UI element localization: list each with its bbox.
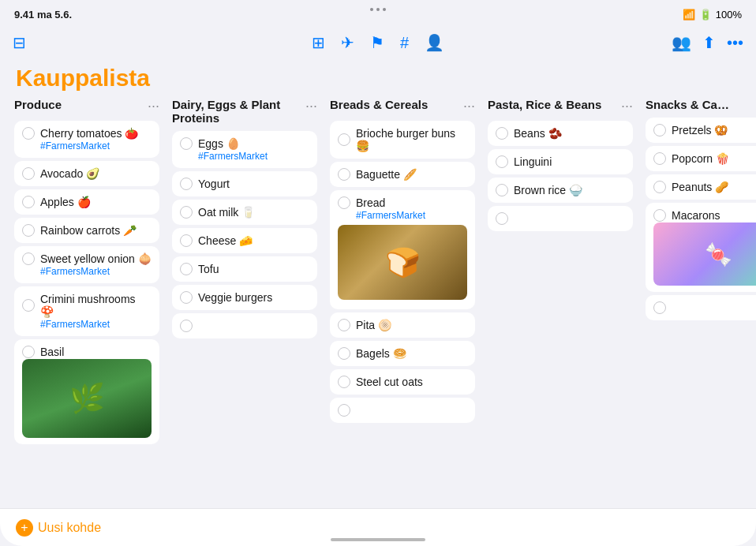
item-text: Bagels 🥯 xyxy=(356,347,406,360)
add-dot xyxy=(496,212,508,225)
item-text: Peanuts 🥜 xyxy=(672,181,728,193)
list-item: Oat milk 🥛 xyxy=(172,200,317,225)
status-dots xyxy=(370,8,386,11)
produce-more-icon[interactable]: ··· xyxy=(148,98,159,114)
item-checkbox[interactable] xyxy=(338,133,350,146)
item-tag: #FarmersMarket xyxy=(22,266,152,277)
item-text: Apples 🍎 xyxy=(40,196,91,208)
list-item: Yogurt xyxy=(172,171,317,196)
breads-more-icon[interactable]: ··· xyxy=(463,98,475,114)
item-text: Linguini xyxy=(514,155,552,168)
add-dot xyxy=(180,320,193,332)
add-new-button[interactable]: + Uusi kohde xyxy=(16,519,101,537)
item-checkbox[interactable] xyxy=(496,155,508,168)
item-checkbox[interactable] xyxy=(496,184,508,196)
basil-image: 🌿 xyxy=(22,359,152,438)
column-title-dairy: Dairy, Eggs & Plant Proteins xyxy=(172,98,302,125)
flag-icon[interactable]: ⚑ xyxy=(370,33,384,52)
person-icon[interactable]: 👤 xyxy=(425,33,444,52)
item-checkbox[interactable] xyxy=(653,152,666,165)
grid-icon[interactable]: ⊞ xyxy=(312,33,325,52)
item-checkbox[interactable] xyxy=(338,376,350,388)
item-text: Oat milk 🥛 xyxy=(198,206,255,219)
list-item-bread: Bread #FarmersMarket 🍞 xyxy=(330,190,475,309)
list-item: Apples 🍎 xyxy=(14,189,159,215)
list-item: Veggie burgers xyxy=(172,285,317,310)
list-item-basil: Basil 🌿 xyxy=(14,339,159,444)
item-text: Popcorn 🍿 xyxy=(672,152,729,165)
item-text: Beans 🫘 xyxy=(514,127,562,140)
column-title-produce: Produce xyxy=(14,98,144,111)
share-icon[interactable]: ⬆ xyxy=(702,33,716,52)
item-checkbox[interactable] xyxy=(180,291,193,304)
list-item: Sweet yellow onion 🧅 #FarmersMarket xyxy=(14,246,159,283)
list-item: Bagels 🥯 xyxy=(330,341,475,366)
list-item: Linguini xyxy=(488,149,633,174)
dairy-more-icon[interactable]: ··· xyxy=(305,98,317,114)
item-checkbox[interactable] xyxy=(22,127,35,140)
battery-icon: 🔋 xyxy=(699,9,712,21)
item-checkbox[interactable] xyxy=(653,181,666,193)
pasta-items: Beans 🫘 Linguini Brown rice 🍚 xyxy=(488,121,633,231)
home-indicator xyxy=(331,538,425,541)
produce-items: Cherry tomatoes 🍅 #FarmersMarket Avocado… xyxy=(14,121,159,444)
column-title-breads: Breads & Cereals xyxy=(330,98,460,111)
item-text: Pita 🫓 xyxy=(356,319,391,331)
item-checkbox[interactable] xyxy=(22,167,35,180)
item-text: Cherry tomatoes 🍅 xyxy=(40,127,138,140)
list-item: Avocado 🥑 xyxy=(14,161,159,186)
list-item: Crimini mushrooms 🍄 #FarmersMarket xyxy=(14,286,159,336)
column-header-dairy: Dairy, Eggs & Plant Proteins ··· xyxy=(172,98,317,125)
pasta-more-icon[interactable]: ··· xyxy=(621,98,633,114)
item-checkbox[interactable] xyxy=(180,263,193,275)
toolbar-center: ⊞ ✈ ⚑ # 👤 xyxy=(312,33,444,52)
column-header-breads: Breads & Cereals ··· xyxy=(330,98,475,114)
item-checkbox[interactable] xyxy=(180,234,193,247)
item-checkbox[interactable] xyxy=(496,127,508,140)
status-bar: 9.41 ma 5.6. 📶 🔋 100% xyxy=(0,0,756,25)
item-text: Tofu xyxy=(198,263,219,275)
item-checkbox[interactable] xyxy=(653,124,666,136)
item-text: Rainbow carrots 🥕 xyxy=(40,224,137,237)
item-text: Yogurt xyxy=(198,178,230,190)
add-item-row[interactable] xyxy=(172,313,317,338)
item-text: Sweet yellow onion 🧅 xyxy=(40,252,152,265)
item-text: Avocado 🥑 xyxy=(40,167,99,180)
add-item-row[interactable] xyxy=(646,295,756,320)
send-icon[interactable]: ✈ xyxy=(341,33,354,52)
item-checkbox[interactable] xyxy=(22,196,35,208)
item-checkbox[interactable] xyxy=(180,178,193,190)
column-breads: Breads & Cereals ··· Brioche burger buns… xyxy=(324,98,481,505)
status-right: 📶 🔋 100% xyxy=(683,9,742,21)
add-dot xyxy=(653,301,666,314)
column-dairy: Dairy, Eggs & Plant Proteins ··· Eggs 🥚 … xyxy=(166,98,324,505)
battery-percent: 100% xyxy=(716,9,742,21)
item-checkbox[interactable] xyxy=(22,252,35,265)
item-text: Veggie burgers xyxy=(198,291,272,304)
item-checkbox[interactable] xyxy=(338,319,350,331)
item-checkbox[interactable] xyxy=(22,299,35,312)
item-checkbox[interactable] xyxy=(338,347,350,360)
status-time: 9.41 ma 5.6. xyxy=(14,9,72,21)
sidebar-toggle-icon[interactable]: ⊟ xyxy=(13,33,26,52)
list-item: Rainbow carrots 🥕 xyxy=(14,218,159,243)
item-checkbox[interactable] xyxy=(180,206,193,219)
item-checkbox[interactable] xyxy=(338,196,350,209)
item-checkbox[interactable] xyxy=(22,346,35,358)
item-checkbox[interactable] xyxy=(653,209,666,222)
add-circle-icon: + xyxy=(16,519,33,537)
item-tag: #FarmersMarket xyxy=(338,210,467,221)
people-icon[interactable]: 👥 xyxy=(672,33,691,52)
toolbar-right: 👥 ⬆ ••• xyxy=(672,33,743,52)
hashtag-icon[interactable]: # xyxy=(400,34,409,52)
add-item-row[interactable] xyxy=(330,398,475,423)
macaron-image: 🍬 xyxy=(653,223,756,286)
toolbar: ⊟ ⊞ ✈ ⚑ # 👤 👥 ⬆ ••• xyxy=(0,25,756,60)
item-checkbox[interactable] xyxy=(22,224,35,237)
add-item-row[interactable] xyxy=(488,206,633,231)
item-text: Cheese 🧀 xyxy=(198,234,253,247)
item-checkbox[interactable] xyxy=(338,168,350,181)
item-checkbox[interactable] xyxy=(180,137,193,150)
item-text: Baguette 🥖 xyxy=(356,168,417,181)
more-options-icon[interactable]: ••• xyxy=(727,34,743,52)
